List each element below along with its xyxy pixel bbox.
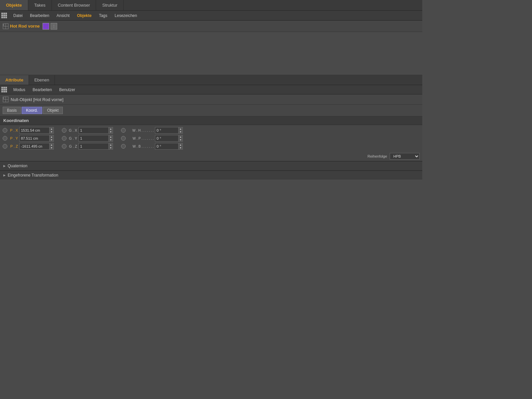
- tab-attribute[interactable]: Attribute: [0, 75, 29, 85]
- input-px[interactable]: [19, 127, 49, 134]
- tab-basis[interactable]: Basis: [3, 107, 21, 114]
- menu-datei[interactable]: Datei: [10, 11, 26, 20]
- spinner-gx[interactable]: ▲▼: [108, 127, 113, 134]
- label-wb: W . B . . . . . . .: [127, 145, 154, 148]
- empty-area: [0, 180, 422, 296]
- label-wp: W . P . . . . . . .: [127, 137, 154, 140]
- quaternion-title: Quaternion: [8, 164, 27, 168]
- tab-objekt[interactable]: Objekt: [43, 107, 63, 114]
- input-wh[interactable]: [155, 127, 178, 134]
- sub-menu-bearbeiten[interactable]: Bearbeiten: [29, 85, 55, 94]
- eingefrorene-arrow: ▶: [3, 174, 6, 177]
- sub-grid-icon: [1, 87, 7, 93]
- input-gy[interactable]: [78, 135, 108, 142]
- svg-text:0: 0: [3, 24, 4, 26]
- top-tab-bar: Objekte Takes Content Browser Struktur: [0, 0, 422, 11]
- section-koordinaten: Koordinaten: [0, 116, 422, 125]
- quaternion-arrow: ▶: [3, 164, 6, 168]
- menu-lesezeichen[interactable]: Lesezeichen: [111, 11, 140, 20]
- object-full-title: Null-Objekt [Hot Rod vorne]: [11, 97, 64, 102]
- input-wb[interactable]: [155, 143, 178, 150]
- label-gx: G . X: [68, 128, 77, 132]
- radio-gy[interactable]: [62, 136, 66, 141]
- tab-ebenen[interactable]: Ebenen: [29, 75, 55, 85]
- coord-row-pz: P . Z ▲▼ G . Z ▲▼ W . B . . . . . . . ▲▼: [3, 143, 420, 150]
- spinner-gz[interactable]: ▲▼: [108, 143, 113, 150]
- reihenfolge-label: Reihenfolge: [367, 154, 387, 158]
- object-info-row: 0 Null-Objekt [Hot Rod vorne]: [0, 94, 422, 105]
- label-px: P . X: [9, 128, 18, 132]
- spinner-px[interactable]: ▲▼: [49, 127, 54, 134]
- coordinates-section: P . X ▲▼ G . X ▲▼ W . H . . . . . . . ▲▼: [0, 125, 422, 152]
- label-gy: G . Y: [68, 136, 77, 140]
- input-px-wrap[interactable]: ▲▼: [19, 127, 54, 134]
- radio-gx[interactable]: [62, 128, 66, 133]
- sub-menu-modus[interactable]: Modus: [10, 85, 29, 94]
- menu-bearbeiten[interactable]: Bearbeiten: [27, 11, 53, 20]
- input-gx[interactable]: [78, 127, 108, 134]
- menu-objekte[interactable]: Objekte: [73, 11, 95, 20]
- radio-py[interactable]: [3, 136, 7, 141]
- input-wb-wrap[interactable]: ▲▼: [155, 143, 183, 150]
- property-tabs: Basis Koord. Objekt: [0, 105, 422, 116]
- spinner-gy[interactable]: ▲▼: [108, 135, 113, 142]
- attr-tab-bar: Attribute Ebenen: [0, 75, 422, 85]
- quaternion-section[interactable]: ▶ Quaternion: [0, 161, 422, 170]
- input-py[interactable]: [19, 135, 49, 142]
- reihenfolge-select[interactable]: HPB XYZ YZX: [390, 153, 420, 160]
- tab-koord[interactable]: Koord.: [22, 107, 42, 114]
- spinner-wb[interactable]: ▲▼: [178, 143, 183, 150]
- input-gy-wrap[interactable]: ▲▼: [78, 135, 113, 142]
- input-pz[interactable]: [19, 143, 49, 150]
- input-py-wrap[interactable]: ▲▼: [19, 135, 54, 142]
- reihenfolge-row: Reihenfolge HPB XYZ YZX: [0, 152, 422, 161]
- menu-ansicht[interactable]: Ansicht: [53, 11, 73, 20]
- eingefrorene-title: Eingefrorene Transformation: [8, 173, 58, 178]
- label-wh: W . H . . . . . . .: [127, 129, 154, 132]
- input-pz-wrap[interactable]: ▲▼: [19, 143, 54, 150]
- input-gx-wrap[interactable]: ▲▼: [78, 127, 113, 134]
- spinner-py[interactable]: ▲▼: [49, 135, 54, 142]
- input-wp-wrap[interactable]: ▲▼: [155, 135, 183, 142]
- tab-takes[interactable]: Takes: [28, 0, 52, 10]
- radio-wh[interactable]: [121, 128, 126, 133]
- radio-px[interactable]: [3, 128, 7, 133]
- coord-row-py: P . Y ▲▼ G . Y ▲▼ W . P . . . . . . . ▲▼: [3, 135, 420, 142]
- tab-content-browser[interactable]: Content Browser: [52, 0, 96, 10]
- null-object-icon-header: 0: [3, 23, 9, 29]
- menu-tags[interactable]: Tags: [95, 11, 110, 20]
- object-list-area: [0, 32, 422, 75]
- radio-gz[interactable]: [62, 144, 66, 149]
- grid-icon: [1, 13, 7, 19]
- sub-menu-bar: Modus Bearbeiten Benutzer: [0, 85, 422, 94]
- label-pz: P . Z: [9, 144, 18, 148]
- eingefrorene-section[interactable]: ▶ Eingefrorene Transformation: [0, 171, 422, 180]
- color-swatch[interactable]: [43, 23, 49, 30]
- spinner-wh[interactable]: ▲▼: [178, 127, 183, 134]
- tab-struktur[interactable]: Struktur: [96, 0, 124, 10]
- null-object-icon-info: 0: [3, 96, 9, 102]
- label-gz: G . Z: [68, 144, 77, 148]
- label-py: P . Y: [9, 136, 18, 140]
- radio-pz[interactable]: [3, 144, 7, 149]
- input-wp[interactable]: [155, 135, 178, 142]
- svg-text:0: 0: [3, 97, 4, 99]
- radio-wp[interactable]: [121, 136, 126, 141]
- spinner-wp[interactable]: ▲▼: [178, 135, 183, 142]
- menu-bar: Datei Bearbeiten Ansicht Objekte Tags Le…: [0, 11, 422, 21]
- object-name: Hot Rod vorne: [10, 24, 40, 29]
- tab-objekte[interactable]: Objekte: [0, 0, 28, 10]
- input-wh-wrap[interactable]: ▲▼: [155, 127, 183, 134]
- coord-row-px: P . X ▲▼ G . X ▲▼ W . H . . . . . . . ▲▼: [3, 127, 420, 134]
- radio-wb[interactable]: [121, 144, 126, 149]
- sub-menu-benutzer[interactable]: Benutzer: [56, 85, 78, 94]
- object-menu-btn[interactable]: ⋮: [51, 23, 57, 30]
- spinner-pz[interactable]: ▲▼: [49, 143, 54, 150]
- object-header: 0 Hot Rod vorne ⋮: [0, 21, 422, 32]
- input-gz[interactable]: [78, 143, 108, 150]
- input-gz-wrap[interactable]: ▲▼: [78, 143, 113, 150]
